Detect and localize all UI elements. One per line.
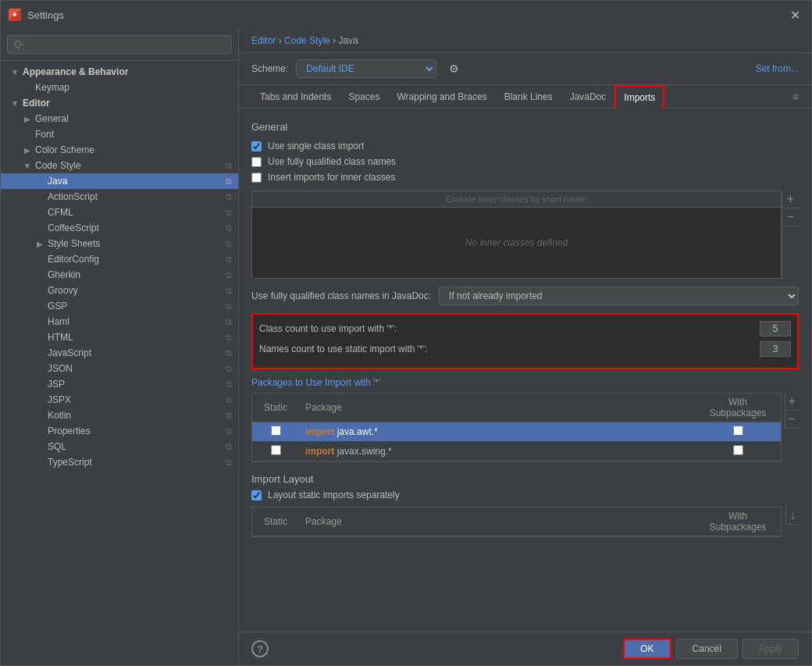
packages-remove-button[interactable]: − bbox=[785, 411, 799, 429]
sidebar-item-general[interactable]: ▶General bbox=[1, 111, 238, 126]
set-from-link[interactable]: Set from... bbox=[756, 63, 799, 74]
tab-blank-lines[interactable]: Blank Lines bbox=[496, 85, 561, 108]
sidebar-item-java[interactable]: Java⧉ bbox=[1, 173, 238, 189]
close-button[interactable]: ✕ bbox=[787, 5, 803, 26]
tree-label-cfml: CFML bbox=[48, 207, 73, 218]
tab-imports[interactable]: Imports bbox=[614, 85, 664, 109]
javadoc-select[interactable]: If not already imported bbox=[439, 287, 799, 305]
sidebar-item-javascript[interactable]: JavaScript⧉ bbox=[1, 345, 238, 361]
import-keyword-2: import bbox=[305, 446, 334, 457]
static-checkbox-2[interactable] bbox=[271, 445, 281, 455]
scheme-select[interactable]: Default IDE bbox=[296, 59, 436, 78]
class-count-input[interactable] bbox=[760, 321, 791, 337]
sidebar-item-code-style[interactable]: ▼Code Style⧉ bbox=[1, 158, 238, 173]
breadcrumb-code-style[interactable]: Code Style bbox=[284, 35, 330, 46]
sidebar-item-html[interactable]: HTML⧉ bbox=[1, 329, 238, 345]
exclude-side-buttons: + − bbox=[782, 191, 799, 279]
package-name-2: javax.swing.* bbox=[337, 446, 392, 457]
import-keyword-1: import bbox=[305, 426, 334, 437]
breadcrumb-java: Java bbox=[338, 35, 358, 46]
layout-table-container: Static Package With Subpackages ↓ bbox=[251, 507, 782, 537]
sidebar-item-stylesheets[interactable]: ▶Style Sheets⧉ bbox=[1, 236, 238, 251]
sidebar-item-gsp[interactable]: GSP⧉ bbox=[1, 298, 238, 314]
tree-label-sql: SQL bbox=[48, 441, 66, 452]
sidebar-item-gherkin[interactable]: Gherkin⧉ bbox=[1, 267, 238, 283]
tree-label-coffeescript: CoffeeScript bbox=[48, 223, 99, 233]
tree-label-typescript: TypeScript bbox=[48, 457, 92, 468]
ok-button[interactable]: OK bbox=[623, 639, 671, 659]
tree-label-keymap: Keymap bbox=[35, 82, 69, 93]
subpackages-checkbox-2[interactable] bbox=[733, 445, 743, 455]
tree-arrow-general: ▶ bbox=[23, 115, 32, 123]
javadoc-label: Use fully qualified class names in JavaD… bbox=[251, 290, 431, 301]
qualified-names-checkbox[interactable] bbox=[251, 157, 262, 167]
sidebar-item-color-scheme[interactable]: ▶Color Scheme bbox=[1, 142, 238, 158]
copy-icon-javascript: ⧉ bbox=[226, 348, 232, 358]
sidebar-item-typescript[interactable]: TypeScript⧉ bbox=[1, 454, 238, 470]
sidebar-item-coffeescript[interactable]: CoffeeScript⧉ bbox=[1, 220, 238, 236]
copy-icon-coffeescript: ⧉ bbox=[226, 223, 232, 233]
sidebar-item-cfml[interactable]: CFML⧉ bbox=[1, 205, 238, 220]
sidebar-item-actionscript[interactable]: ActionScript⧉ bbox=[1, 189, 238, 205]
sidebar-item-haml[interactable]: Haml⧉ bbox=[1, 314, 238, 329]
names-count-input[interactable] bbox=[760, 341, 791, 357]
sidebar-item-editor[interactable]: ▼Editor bbox=[1, 95, 238, 111]
layout-add-button[interactable]: ↓ bbox=[786, 507, 799, 525]
sidebar-item-jspx[interactable]: JSPX⧉ bbox=[1, 392, 238, 408]
tree-label-code-style: Code Style bbox=[35, 160, 81, 171]
tree-label-stylesheets: Style Sheets bbox=[48, 238, 100, 249]
general-section-title: General bbox=[251, 121, 799, 133]
packages-table: Static Package With Subpackages bbox=[252, 394, 781, 461]
sidebar-item-font[interactable]: Font bbox=[1, 126, 238, 142]
exclude-add-button[interactable]: + bbox=[782, 191, 799, 208]
tabs-more-icon[interactable]: ≡ bbox=[792, 91, 799, 103]
tree-label-javascript: JavaScript bbox=[48, 347, 91, 358]
sidebar-item-appearance[interactable]: ▼Appearance & Behavior bbox=[1, 64, 238, 80]
table-row[interactable]: import java.awt.* bbox=[252, 422, 781, 442]
sidebar-item-keymap[interactable]: Keymap bbox=[1, 80, 238, 95]
sidebar-item-properties[interactable]: Properties⧉ bbox=[1, 423, 238, 439]
title-bar-left: ✦ Settings bbox=[9, 9, 64, 21]
table-row[interactable]: import javax.swing.* bbox=[252, 442, 781, 461]
copy-icon-kotlin: ⧉ bbox=[226, 411, 232, 421]
tab-spaces[interactable]: Spaces bbox=[340, 85, 388, 108]
tab-tabs-indents[interactable]: Tabs and Indents bbox=[251, 85, 340, 108]
inner-imports-label[interactable]: Insert imports for inner classes bbox=[268, 172, 395, 183]
sidebar-item-jsp[interactable]: JSP⧉ bbox=[1, 376, 238, 392]
tab-wrapping[interactable]: Wrapping and Braces bbox=[388, 85, 495, 108]
sidebar-item-kotlin[interactable]: Kotlin⧉ bbox=[1, 408, 238, 423]
help-button[interactable]: ? bbox=[251, 640, 269, 657]
search-input[interactable] bbox=[7, 35, 232, 54]
names-count-row: Names count to use static import with '*… bbox=[259, 341, 791, 357]
single-import-checkbox[interactable] bbox=[251, 141, 262, 151]
copy-icon-editorconfig: ⧉ bbox=[226, 255, 232, 265]
inner-imports-checkbox[interactable] bbox=[251, 173, 262, 183]
tabs-bar: Tabs and Indents Spaces Wrapping and Bra… bbox=[239, 85, 811, 109]
subpackages-checkbox-1[interactable] bbox=[733, 426, 743, 436]
col-package: Package bbox=[299, 394, 695, 422]
tab-javadoc[interactable]: JavaDoc bbox=[561, 85, 615, 108]
layout-static-checkbox[interactable] bbox=[251, 490, 262, 500]
exclude-box-container: Exclude inner classes by short name: No … bbox=[251, 191, 799, 279]
tree-label-groovy: Groovy bbox=[48, 285, 78, 296]
packages-add-button[interactable]: + bbox=[785, 393, 799, 411]
sidebar-item-groovy[interactable]: Groovy⧉ bbox=[1, 283, 238, 298]
qualified-names-label[interactable]: Use fully qualified class names bbox=[268, 156, 396, 167]
breadcrumb-editor[interactable]: Editor bbox=[251, 35, 276, 46]
exclude-body: No inner classes defined bbox=[252, 208, 781, 278]
static-checkbox-1[interactable] bbox=[271, 426, 281, 436]
col-static: Static bbox=[252, 394, 299, 422]
layout-static-label[interactable]: Layout static imports separately bbox=[268, 490, 400, 500]
tree-label-general: General bbox=[35, 113, 69, 124]
sidebar-item-json[interactable]: JSON⧉ bbox=[1, 361, 238, 376]
single-import-label[interactable]: Use single class import bbox=[268, 141, 364, 151]
apply-button[interactable]: Apply bbox=[743, 639, 799, 659]
sidebar-item-editorconfig[interactable]: EditorConfig⧉ bbox=[1, 251, 238, 267]
copy-icon-cfml: ⧉ bbox=[226, 208, 232, 218]
settings-window: ✦ Settings ✕ ▼Appearance & BehaviorKeyma… bbox=[0, 0, 812, 666]
exclude-remove-button[interactable]: − bbox=[782, 208, 799, 226]
cancel-button[interactable]: Cancel bbox=[676, 639, 738, 659]
sidebar-item-sql[interactable]: SQL⧉ bbox=[1, 439, 238, 454]
tree-label-html: HTML bbox=[48, 332, 73, 343]
scheme-settings-button[interactable]: ⚙ bbox=[444, 61, 464, 77]
